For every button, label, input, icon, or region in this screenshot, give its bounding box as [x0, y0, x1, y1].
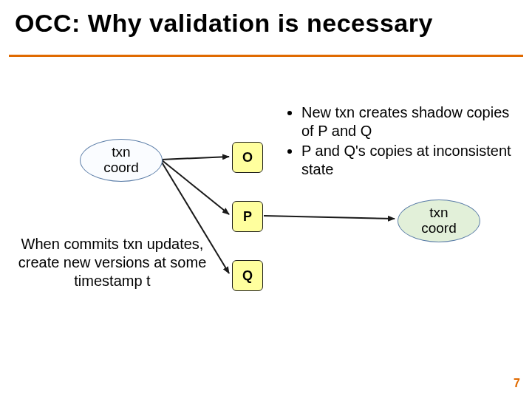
bullet-list: New txn creates shadow copies of P and Q…: [287, 103, 516, 180]
bullet-2: P and Q's copies at inconsistent state: [301, 142, 516, 179]
title-underline: [9, 55, 523, 57]
coord-left-line2: coord: [103, 160, 139, 176]
commit-caption: When commits txn updates, create new ver…: [3, 235, 222, 290]
slide: OCC: Why validation is necessary txn coo…: [0, 0, 532, 399]
txn-coord-right: txn coord: [398, 200, 480, 242]
edge-p-coord2: [264, 216, 395, 219]
node-p: P: [232, 201, 263, 232]
node-q: Q: [232, 260, 263, 291]
coord-right-line2: coord: [421, 221, 457, 236]
edge-coord-p: [161, 160, 229, 214]
slide-title: OCC: Why validation is necessary: [15, 9, 433, 38]
edges-svg: [0, 0, 532, 399]
bullet-1: New txn creates shadow copies of P and Q: [301, 103, 516, 140]
coord-left-line1: txn: [112, 145, 130, 160]
page-number: 7: [514, 377, 520, 390]
txn-coord-left: txn coord: [80, 139, 163, 182]
edge-coord-o: [161, 157, 229, 160]
coord-right-line1: txn: [429, 205, 448, 221]
node-o: O: [232, 142, 263, 173]
